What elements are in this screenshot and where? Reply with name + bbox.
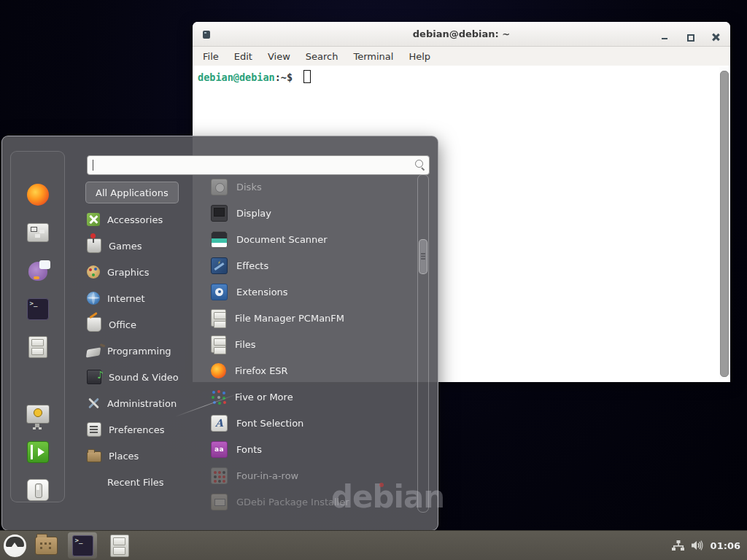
app-firefox-esr[interactable]: Firefox ESR <box>211 357 417 384</box>
terminal-icon: >_ <box>27 298 49 320</box>
effects-icon <box>211 257 228 274</box>
settings-icon <box>27 223 49 242</box>
favorite-terminal[interactable]: >_ <box>26 297 50 322</box>
favorite-settings[interactable] <box>26 220 50 245</box>
logout-icon <box>27 441 49 463</box>
category-administration[interactable]: Administration <box>85 390 209 416</box>
app-extensions[interactable]: Extensions <box>211 279 417 305</box>
category-programming[interactable]: Programming <box>85 338 209 364</box>
app-disks[interactable]: Disks <box>211 174 417 200</box>
menu-scrollbar[interactable] <box>417 174 429 513</box>
category-label: Places <box>109 451 139 462</box>
menu-edit[interactable]: Edit <box>234 51 252 62</box>
lock-screen-button[interactable] <box>26 402 50 427</box>
terminal-glyph: >_ <box>30 300 38 307</box>
menu-help[interactable]: Help <box>409 51 430 62</box>
volume-icon[interactable] <box>691 540 704 551</box>
app-display[interactable]: Display <box>211 200 417 226</box>
terminal-title: debian@debian: ~ <box>413 28 510 39</box>
document-scanner-icon <box>211 231 228 248</box>
app-font-selection[interactable]: AFont Selection <box>211 410 417 436</box>
app-five-or-more[interactable]: Five or More <box>211 384 417 410</box>
app-files[interactable]: Files <box>211 331 417 357</box>
prompt-suffix: :~$ <box>275 71 299 83</box>
category-recent-files[interactable]: Recent Files <box>85 469 209 495</box>
app-file-manager-pcmanfm[interactable]: File Manager PCManFM <box>211 305 417 331</box>
files-icon <box>211 335 226 353</box>
places-icon <box>87 451 101 462</box>
app-label: Fonts <box>236 444 262 455</box>
pcmanfm-icon <box>211 309 226 327</box>
menu-terminal[interactable]: Terminal <box>353 51 393 62</box>
firefox-icon <box>27 184 49 206</box>
category-graphics[interactable]: Graphics <box>85 259 209 285</box>
category-label: Preferences <box>109 424 164 435</box>
minimize-button[interactable] <box>662 38 667 39</box>
gdebi-icon <box>211 494 228 510</box>
category-office[interactable]: Office <box>85 311 209 338</box>
font-a-glyph: A <box>215 417 223 429</box>
file-cabinet-icon <box>28 336 47 358</box>
app-label: Display <box>236 208 271 219</box>
category-label: Programming <box>107 346 171 357</box>
category-places[interactable]: Places <box>85 443 209 469</box>
app-label: Extensions <box>236 287 288 298</box>
close-button[interactable] <box>712 34 719 41</box>
sound-video-icon: ♪ <box>87 370 101 384</box>
app-label: Disks <box>236 182 262 192</box>
category-internet[interactable]: Internet <box>85 285 209 311</box>
favorite-messenger[interactable] <box>26 259 50 284</box>
all-applications-label: All Applications <box>96 187 169 198</box>
menu-search[interactable]: Search <box>306 51 338 62</box>
disks-icon <box>211 179 228 195</box>
shutdown-icon <box>27 479 49 501</box>
clock[interactable]: 01:06 <box>711 540 740 551</box>
category-label: Internet <box>107 293 145 304</box>
app-fonts[interactable]: aaFonts <box>211 436 417 462</box>
category-sound-video[interactable]: ♪Sound & Video <box>85 364 209 390</box>
maximize-button[interactable] <box>687 34 694 42</box>
preferences-icon <box>87 422 101 437</box>
category-all-applications[interactable]: All Applications <box>85 182 179 203</box>
category-label: Office <box>109 319 136 330</box>
category-games[interactable]: Games <box>85 233 209 259</box>
programming-icon <box>86 348 101 358</box>
menu-view[interactable]: View <box>268 51 290 62</box>
menu-launcher-button[interactable] <box>4 534 26 557</box>
shutdown-button[interactable] <box>26 478 50 502</box>
taskbar-files-button[interactable] <box>35 537 58 555</box>
terminal-scrollbar-thumb[interactable] <box>720 71 729 377</box>
shell-prompt: debian@debian:~$ <box>198 70 311 83</box>
app-gdebi-package-installer[interactable]: GDebi Package Installer <box>211 489 417 515</box>
menu-file[interactable]: File <box>203 51 219 62</box>
font-selection-icon: A <box>211 415 228 432</box>
search-caret <box>93 160 93 171</box>
app-label: Effects <box>236 260 268 271</box>
app-document-scanner[interactable]: Document Scanner <box>211 226 417 252</box>
office-icon <box>87 317 101 332</box>
menu-scrollbar-thumb[interactable] <box>419 239 427 274</box>
category-preferences[interactable]: Preferences <box>85 416 209 443</box>
favorite-firefox[interactable] <box>26 182 50 207</box>
terminal-titlebar[interactable]: debian@debian: ~ <box>193 22 730 47</box>
terminal-cursor <box>303 70 311 83</box>
application-menu: debian >_ All Applications Accessories G… <box>1 136 438 531</box>
network-icon[interactable] <box>672 540 684 551</box>
desktop: debian@debian: ~ File Edit View Search T… <box>0 0 747 560</box>
taskbar-file-manager-button[interactable] <box>110 534 129 557</box>
app-four-in-a-row[interactable]: Four-in-a-row <box>211 462 417 489</box>
taskbar-terminal-button[interactable]: >_ <box>68 532 97 559</box>
category-accessories[interactable]: Accessories <box>85 206 209 233</box>
accessories-icon <box>87 213 100 226</box>
app-effects[interactable]: Effects <box>211 252 417 279</box>
logout-button[interactable] <box>26 440 50 464</box>
search-input[interactable] <box>88 156 429 174</box>
terminal-scrollbar[interactable] <box>719 67 729 379</box>
app-label: Font Selection <box>236 418 303 429</box>
category-label: Administration <box>107 398 177 409</box>
favorite-file-manager[interactable] <box>26 335 50 359</box>
administration-icon <box>87 397 100 410</box>
menu-search-box[interactable] <box>87 155 430 175</box>
applications-list: Disks Display Document Scanner Effects E… <box>211 174 417 515</box>
terminal-window-icon <box>203 31 210 39</box>
